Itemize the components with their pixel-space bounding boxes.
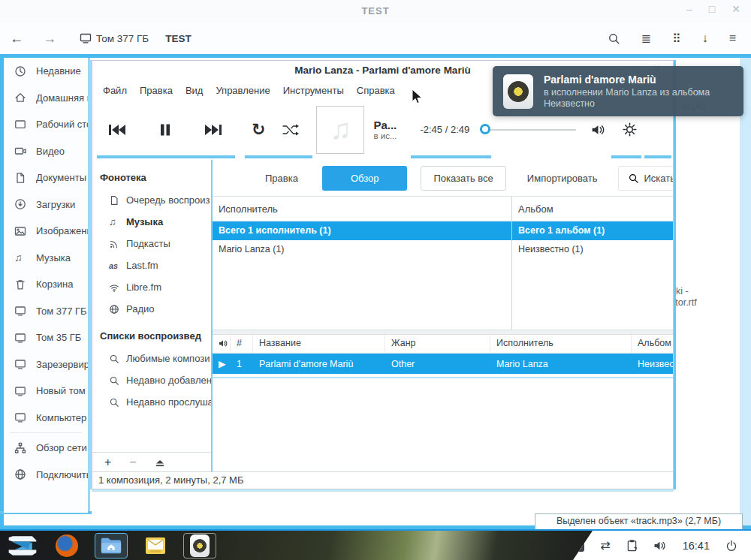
album-all-row[interactable]: Всего 1 альбом (1) xyxy=(512,221,673,240)
library-item-queue[interactable]: Очередь воспроиз xyxy=(92,189,211,211)
next-track-button[interactable] xyxy=(204,122,223,137)
repeat-icon[interactable]: ↻ xyxy=(252,120,265,140)
library-item-lastfm[interactable]: as Last.fm xyxy=(92,254,211,276)
artist-row[interactable]: Mario Lanza (1) xyxy=(213,240,511,259)
fm-close-button[interactable]: ✕ xyxy=(731,3,740,15)
import-button[interactable]: Импортировать xyxy=(517,167,608,190)
column-genre[interactable]: Жанр xyxy=(385,333,490,353)
download-progress-icon[interactable]: ↓ xyxy=(702,32,708,45)
music-player-taskbar-icon[interactable] xyxy=(183,533,216,558)
sidebar-item-documents[interactable]: Документы xyxy=(4,164,88,191)
grid-view-icon[interactable]: ⠿ xyxy=(672,32,681,46)
sidebar-item-trash[interactable]: Корзина xyxy=(4,271,88,298)
now-playing-artist: в ис... xyxy=(373,131,412,140)
edit-button[interactable]: Правка xyxy=(255,167,309,190)
settings-gear-icon[interactable] xyxy=(623,122,637,137)
sidebar-item-computer[interactable]: Компьютер xyxy=(4,405,88,432)
sidebar-item-new-volume[interactable]: Новый том xyxy=(4,378,88,405)
keyboard-layout-indicator[interactable]: Ru xyxy=(568,540,584,552)
album-row[interactable]: Неизвестно (1) xyxy=(512,240,673,259)
notification-popup[interactable]: Parlami d'amore Mariù в исполнении Mario… xyxy=(493,66,743,116)
library-item-music[interactable]: ♫ Музыка xyxy=(92,211,211,233)
fm-minimize-button[interactable]: – xyxy=(686,3,692,15)
playlist-item-recently-added[interactable]: Недавно добавлен xyxy=(92,369,211,391)
sidebar-item-network[interactable]: Обзор сети xyxy=(4,435,88,462)
volume-tray-icon[interactable] xyxy=(653,540,667,552)
menu-help[interactable]: Справка xyxy=(357,85,395,96)
sidebar-item-recent[interactable]: Недавние xyxy=(4,58,88,85)
fm-titlebar[interactable]: TEST – □ ✕ xyxy=(0,0,751,23)
browser-pane-divider[interactable] xyxy=(511,197,512,330)
menu-view[interactable]: Вид xyxy=(185,85,204,96)
drive-icon xyxy=(80,32,92,44)
document-icon xyxy=(109,195,120,206)
library-item-podcasts[interactable]: Подкасты xyxy=(92,233,211,254)
eject-icon[interactable] xyxy=(155,458,165,468)
seek-slider[interactable] xyxy=(480,124,576,136)
menu-tools[interactable]: Инструменты xyxy=(283,85,344,96)
sidebar-item-volume-377[interactable]: Том 377 ГБ xyxy=(4,298,88,325)
menu-edit[interactable]: Правка xyxy=(140,85,173,96)
fm-maximize-button[interactable]: □ xyxy=(709,3,715,15)
mail-taskbar-icon[interactable] xyxy=(144,535,167,556)
album-art-placeholder[interactable]: ♫ xyxy=(316,106,364,154)
playlist-item-favorites[interactable]: Любимые компози xyxy=(92,348,211,369)
sidebar-item-music[interactable]: ♫ Музыка xyxy=(4,245,88,272)
video-icon xyxy=(14,145,26,157)
seek-knob[interactable] xyxy=(480,124,490,134)
image-icon xyxy=(14,225,26,237)
volume-icon[interactable] xyxy=(591,123,606,137)
sidebar-item-volume-35[interactable]: Том 35 ГБ xyxy=(4,324,88,351)
column-album[interactable]: Альбом xyxy=(632,333,673,353)
sidebar-item-home[interactable]: Домашняя п xyxy=(4,85,88,112)
column-artist[interactable]: Исполнитель xyxy=(490,333,632,353)
breadcrumb-folder[interactable]: TEST xyxy=(165,33,192,44)
clipboard-icon[interactable] xyxy=(626,539,638,552)
search-icon[interactable] xyxy=(608,32,620,45)
sidebar-item-pictures[interactable]: Изображени xyxy=(4,218,88,245)
forward-button[interactable]: → xyxy=(33,31,66,47)
playlist-item-recently-played[interactable]: Недавно прослуша xyxy=(92,391,211,413)
sidebar-separator xyxy=(10,432,82,433)
breadcrumb-volume[interactable]: Том 377 ГБ xyxy=(96,33,149,44)
remove-playlist-button[interactable]: − xyxy=(129,456,136,469)
sidebar-item-downloads[interactable]: Загрузки xyxy=(4,191,88,218)
firefox-icon[interactable] xyxy=(56,534,78,557)
artist-column-header[interactable]: Исполнитель xyxy=(213,197,511,221)
music-icon: ♫ xyxy=(14,251,26,263)
power-icon[interactable] xyxy=(725,540,737,552)
clock[interactable]: 16:41 xyxy=(683,540,710,552)
hamburger-menu-icon[interactable]: ≡ xyxy=(729,32,736,45)
search-button[interactable]: Искать xyxy=(618,166,674,191)
file-manager-taskbar-icon[interactable] xyxy=(95,533,128,558)
add-playlist-button[interactable]: + xyxy=(104,456,111,469)
show-all-button[interactable]: Показать все xyxy=(421,166,505,191)
browse-button[interactable]: Обзор xyxy=(322,166,408,191)
library-item-librefm[interactable]: Libre.fm xyxy=(92,276,211,298)
back-button[interactable]: ← xyxy=(0,31,33,47)
track-row[interactable]: ▶ 1 Parlami d'amore Mariù Other Mario La… xyxy=(213,354,673,374)
album-column-header[interactable]: Альбом xyxy=(512,197,673,221)
shuffle-icon[interactable] xyxy=(282,123,300,137)
column-title[interactable]: Название xyxy=(253,333,385,353)
background-file-label[interactable]: riki - vtor.rtf xyxy=(671,286,697,309)
menu-control[interactable]: Управление xyxy=(216,85,270,96)
artist-all-row[interactable]: Всего 1 исполнитель (1) xyxy=(213,221,511,240)
pause-button[interactable] xyxy=(158,122,172,137)
drive-icon xyxy=(14,385,26,397)
sidebar-item-desktop[interactable]: Рабочий сто xyxy=(4,111,88,138)
music-note-icon: ♫ xyxy=(330,113,351,146)
zorin-menu-button[interactable] xyxy=(6,533,39,558)
home-icon xyxy=(14,92,26,104)
playing-column-icon[interactable] xyxy=(213,333,231,353)
menu-file[interactable]: Файл xyxy=(103,85,127,96)
previous-track-button[interactable] xyxy=(107,122,127,137)
column-number[interactable]: # xyxy=(231,333,253,353)
network-sync-icon[interactable]: ⇄ xyxy=(600,538,610,552)
sidebar-item-video[interactable]: Видео xyxy=(4,138,88,165)
list-view-icon[interactable]: ≣ xyxy=(641,32,651,46)
library-item-radio[interactable]: Радио xyxy=(92,298,211,320)
sidebar-item-reserved[interactable]: Зарезервир xyxy=(4,351,88,378)
sidebar-item-connect[interactable]: Подключить xyxy=(4,462,88,489)
sidebar-edge-line xyxy=(88,58,90,513)
